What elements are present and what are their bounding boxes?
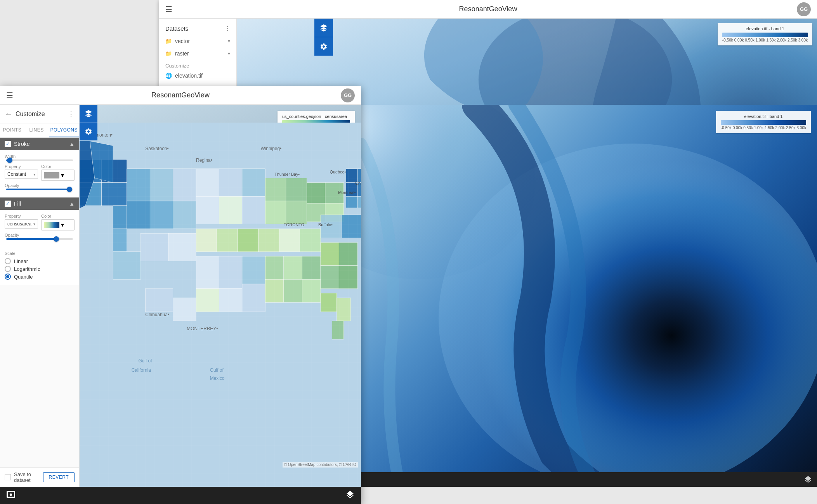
stroke-property-group: Property Constant ▾: [5, 164, 38, 181]
fill-property-group: Property censusarea ▾: [5, 214, 38, 230]
fill-property-select[interactable]: censusarea ▾: [5, 219, 38, 229]
scale-label: Scale: [5, 251, 75, 256]
fill-opacity-label: Opacity: [5, 233, 75, 237]
fill-toggle-icon[interactable]: ▲: [69, 201, 75, 207]
stroke-checkbox[interactable]: ✓: [5, 141, 11, 147]
stroke-width-slider[interactable]: [6, 159, 73, 161]
back-button[interactable]: ←: [5, 109, 12, 118]
elev-right-bar: [721, 120, 806, 125]
fill-property-row: Property censusarea ▾ Color ▾: [5, 214, 75, 230]
radio-outer-linear[interactable]: [5, 258, 11, 264]
stroke-opacity-row: Opacity: [5, 183, 75, 190]
choropleth-svg: Edmonton• Saskatoon• Regina• Winnipeg• T…: [80, 123, 361, 487]
main-header: ☰ ResonantGeoView GG: [0, 86, 361, 105]
scale-section: Scale Linear Logarithmic Quantile: [0, 247, 79, 285]
radio-outer-quantile[interactable]: [5, 274, 11, 280]
stroke-color-rect: [44, 172, 59, 178]
fill-opacity-slider[interactable]: [6, 238, 73, 240]
fill-opacity-control: [5, 238, 75, 240]
radio-outer-logarithmic[interactable]: [5, 266, 11, 272]
map-area[interactable]: us_counties.geojson - censusarea 2.04005…: [80, 105, 361, 487]
bg-datasets-title: Datasets ⋮: [159, 23, 236, 35]
stroke-toggle-icon[interactable]: ▲: [69, 141, 75, 147]
fill-controls: Property censusarea ▾ Color ▾: [0, 210, 79, 247]
map-legend-title: us_counties.geojson - censusarea: [282, 114, 350, 119]
fill-section-header[interactable]: ✓ Fill ▲: [0, 197, 79, 210]
revert-button[interactable]: REVERT: [43, 472, 75, 482]
stroke-color-chevron: ▾: [61, 171, 64, 179]
bg-raster-item[interactable]: 📁 raster ▾: [159, 47, 236, 60]
svg-rect-87: [80, 123, 361, 487]
bg-folder-icon-raster: 📁: [165, 50, 172, 57]
bg-datasets-more[interactable]: ⋮: [224, 25, 230, 32]
tab-lines[interactable]: LINES: [24, 123, 49, 137]
stroke-opacity-control: [5, 189, 75, 190]
fill-color-chevron: ▾: [61, 221, 64, 229]
tab-points[interactable]: POINTS: [0, 123, 24, 137]
fill-checkbox[interactable]: ✓: [5, 201, 11, 207]
stroke-width-label: Width: [5, 154, 75, 159]
bg-elevation-legend-title: elevation.tif - band 1: [722, 26, 808, 31]
footer-bar: [0, 487, 361, 504]
bg-menu-icon[interactable]: ☰: [165, 5, 172, 14]
bg-vector-item[interactable]: 📁 vector ▾: [159, 35, 236, 47]
fill-color-swatch[interactable]: ▾: [41, 219, 75, 230]
bottom-bar: Save to dataset REVERT: [0, 467, 79, 487]
main-content: ← Customize ⋮ POINTS LINES POLYGONS ✓ St…: [0, 105, 361, 487]
bg-folder-icon-vector: 📁: [165, 38, 172, 44]
fill-section-title: Fill: [14, 201, 69, 207]
map-copyright: © OpenStreetMap contributors, © CARTO: [283, 462, 358, 468]
stroke-color-swatch[interactable]: ▾: [41, 170, 75, 181]
elev-footer-layers-icon[interactable]: [804, 475, 812, 484]
customize-more-icon[interactable]: ⋮: [68, 110, 75, 118]
elev-right-footer: [361, 472, 817, 487]
fill-color-gradient: [44, 222, 59, 228]
bg-avatar[interactable]: GG: [797, 2, 811, 16]
stroke-property-label: Property: [5, 164, 38, 169]
bg-chevron-raster: ▾: [228, 51, 230, 56]
fill-color-label: Color: [41, 214, 75, 218]
radio-label-quantile: Quantile: [14, 274, 33, 280]
stroke-property-select[interactable]: Constant ▾: [5, 170, 38, 179]
stroke-section-header[interactable]: ✓ Stroke ▲: [0, 138, 79, 150]
left-panel: ← Customize ⋮ POINTS LINES POLYGONS ✓ St…: [0, 105, 80, 487]
radio-linear[interactable]: Linear: [5, 258, 75, 264]
fill-opacity-row: Opacity: [5, 233, 75, 240]
footer-camera-icon[interactable]: [6, 490, 16, 501]
stroke-opacity-slider[interactable]: [6, 189, 73, 190]
map-toolbar-btn-layers[interactable]: [80, 105, 97, 123]
radio-label-logarithmic: Logarithmic: [14, 266, 40, 272]
main-menu-icon[interactable]: ☰: [6, 91, 13, 100]
map-toolbar-btn-settings[interactable]: [80, 123, 97, 140]
stroke-color-group: Color ▾: [41, 164, 75, 181]
stroke-controls: Width Property Constant ▾: [0, 150, 79, 197]
bg-header: ☰ ResonantGeoView GG: [159, 0, 817, 19]
bg-elevation-layer[interactable]: 🌐 elevation.tif: [159, 70, 236, 81]
elev-legend-right-title: elevation.tif - band 1: [721, 114, 806, 119]
radio-quantile[interactable]: Quantile: [5, 274, 75, 280]
bg-title: ResonantGeoView: [459, 5, 517, 13]
save-label: Save to dataset: [14, 471, 43, 483]
fill-property-chevron: ▾: [33, 222, 35, 226]
stroke-opacity-label: Opacity: [5, 183, 75, 188]
fill-property-label: Property: [5, 214, 38, 218]
radio-inner-quantile: [6, 275, 9, 278]
bg-elevation-bar: [722, 33, 808, 37]
stroke-width-row: [5, 159, 75, 161]
footer-layers-icon[interactable]: [345, 490, 355, 501]
stroke-property-chevron: ▾: [33, 172, 35, 177]
main-title: ResonantGeoView: [151, 91, 210, 99]
stroke-section-title: Stroke: [14, 141, 69, 147]
main-avatar[interactable]: GG: [341, 88, 355, 102]
main-window: ☰ ResonantGeoView GG ← Customize ⋮ POINT…: [0, 86, 361, 504]
bg-layers-label: Customize: [159, 60, 236, 70]
save-checkbox[interactable]: [5, 474, 11, 480]
tab-polygons[interactable]: POLYGONS: [49, 123, 79, 137]
radio-logarithmic[interactable]: Logarithmic: [5, 266, 75, 272]
bg-chevron-vector: ▾: [228, 38, 230, 44]
elevation-map-large: elevation.tif - band 1 -0.50k0.00k0.50k1…: [361, 105, 817, 487]
radio-label-linear: Linear: [14, 258, 28, 264]
map-toolbar: [80, 105, 97, 140]
fill-color-group: Color ▾: [41, 214, 75, 230]
bg-globe-icon: 🌐: [165, 73, 172, 79]
